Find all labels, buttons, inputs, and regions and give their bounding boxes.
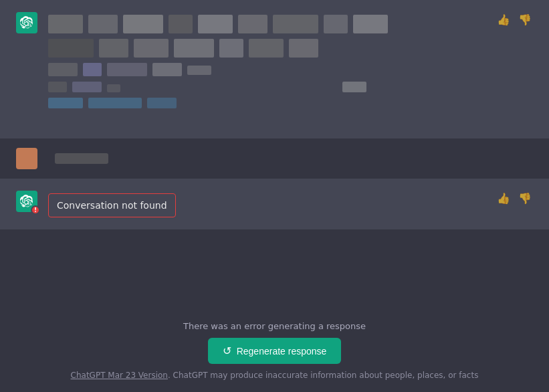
svg-rect-19 xyxy=(152,63,182,76)
footer-link[interactable]: ChatGPT Mar 23 Version xyxy=(71,371,168,380)
gpt-avatar-1 xyxy=(16,12,37,33)
svg-rect-13 xyxy=(219,39,243,58)
footer-note: ChatGPT Mar 23 Version. ChatGPT may prod… xyxy=(71,371,479,380)
bottom-bar: There was an error generating a response… xyxy=(0,310,549,392)
gpt-avatar-2: ! xyxy=(16,191,37,212)
svg-rect-15 xyxy=(289,39,318,58)
svg-rect-22 xyxy=(72,82,102,92)
svg-rect-10 xyxy=(99,39,128,58)
regenerate-icon: ↺ xyxy=(223,345,231,357)
svg-rect-26 xyxy=(88,98,142,108)
assistant-message-2: ! Conversation not found 👍 👎 xyxy=(0,179,549,229)
svg-rect-8 xyxy=(353,15,388,33)
chat-container: 👍 👎 ! Conversation not found 👍 👎 xyxy=(0,0,549,392)
user-avatar xyxy=(16,148,37,169)
svg-rect-18 xyxy=(107,63,147,76)
thumbs-up-button-2[interactable]: 👍 xyxy=(496,191,512,206)
error-badge: ! xyxy=(31,205,40,215)
svg-rect-25 xyxy=(48,98,83,108)
svg-rect-27 xyxy=(147,98,177,108)
svg-rect-20 xyxy=(187,66,211,75)
svg-rect-4 xyxy=(198,15,233,33)
error-message-text: Conversation not found xyxy=(57,200,167,211)
thumbs-up-button-1[interactable]: 👍 xyxy=(496,12,512,27)
feedback-icons-1: 👍 👎 xyxy=(496,12,533,27)
conversation-not-found-box: Conversation not found xyxy=(48,193,176,217)
regenerate-label: Regenerate response xyxy=(237,346,327,357)
error-generating-text: There was an error generating a response xyxy=(183,321,366,331)
svg-rect-6 xyxy=(273,15,318,33)
svg-rect-1 xyxy=(88,15,118,33)
error-content: Conversation not found xyxy=(48,191,533,217)
svg-rect-23 xyxy=(107,84,120,92)
redacted-content-1 xyxy=(48,12,533,126)
svg-rect-7 xyxy=(324,15,348,33)
svg-rect-24 xyxy=(342,82,366,92)
svg-rect-14 xyxy=(249,39,284,58)
redacted-pixels-1 xyxy=(48,15,409,122)
svg-rect-0 xyxy=(48,15,83,33)
assistant-message-1: 👍 👎 xyxy=(0,0,549,138)
user-message-row xyxy=(0,138,549,179)
svg-rect-12 xyxy=(174,39,214,58)
regenerate-button[interactable]: ↺ Regenerate response xyxy=(208,338,342,364)
svg-rect-16 xyxy=(48,63,78,76)
feedback-icons-2: 👍 👎 xyxy=(496,191,533,206)
svg-rect-21 xyxy=(48,82,67,92)
svg-rect-3 xyxy=(169,15,193,33)
user-redacted-content xyxy=(55,153,108,164)
thumbs-down-button-1[interactable]: 👎 xyxy=(517,12,533,27)
svg-rect-9 xyxy=(48,39,94,58)
svg-rect-17 xyxy=(83,63,102,76)
thumbs-down-button-2[interactable]: 👎 xyxy=(517,191,533,206)
svg-rect-5 xyxy=(238,15,267,33)
footer-text: . ChatGPT may produce inaccurate informa… xyxy=(168,371,478,380)
svg-rect-11 xyxy=(134,39,169,58)
svg-rect-2 xyxy=(123,15,163,33)
